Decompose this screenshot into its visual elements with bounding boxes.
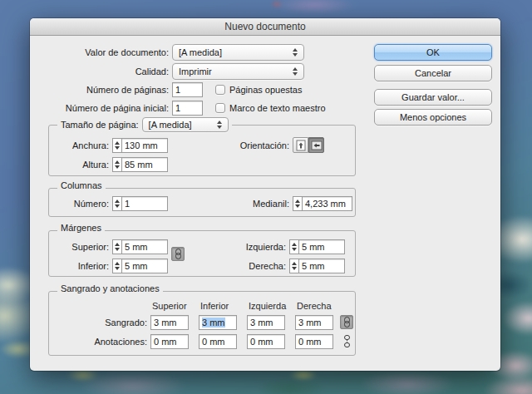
margin-left-label: Izquierda: <box>204 242 286 252</box>
preset-value: [A medida] <box>179 47 222 57</box>
chain-link-icon <box>343 317 351 328</box>
pages-input[interactable]: 1 <box>172 82 203 97</box>
margins-legend: Márgenes <box>61 223 101 233</box>
width-stepper[interactable] <box>112 138 121 153</box>
portrait-page-icon <box>296 140 306 151</box>
landscape-page-icon <box>311 140 323 150</box>
margin-top-input[interactable]: 5 mm <box>121 239 168 254</box>
margin-top-label: Superior: <box>49 242 109 252</box>
dialog-body: Valor de documento: [A medida] Calidad: … <box>30 36 500 371</box>
broken-chain-icon <box>343 335 351 347</box>
margin-bottom-label: Inferior: <box>49 261 109 271</box>
chain-link-icon <box>175 249 182 259</box>
page-size-popup[interactable]: [A medida] <box>142 117 229 132</box>
bleed-col-superior: Superior <box>152 301 187 311</box>
preset-popup[interactable]: [A medida] <box>172 44 304 61</box>
orientation-landscape-button[interactable] <box>308 137 324 153</box>
column-number-label: Número: <box>49 199 109 209</box>
bleed-slug-group: Sangrado y anotaciones Superior Inferior… <box>48 291 356 356</box>
window-titlebar[interactable]: Nuevo documento <box>30 18 500 36</box>
bleed-right-input[interactable]: 3 mm <box>295 315 333 330</box>
bleed-row-label: Sangrado: <box>49 318 147 328</box>
column-number-stepper[interactable] <box>112 196 121 211</box>
slug-bottom-input[interactable]: 0 mm <box>199 334 237 349</box>
facing-pages-checkbox[interactable] <box>215 85 225 95</box>
orientation-portrait-button[interactable] <box>293 137 308 153</box>
bleed-left-input[interactable]: 3 mm <box>247 315 285 330</box>
cancel-button[interactable]: Cancelar <box>374 65 492 81</box>
bleed-col-inferior: Inferior <box>200 301 229 311</box>
start-page-input[interactable]: 1 <box>172 101 203 116</box>
facing-pages-label: Páginas opuestas <box>229 85 302 95</box>
slug-row-label: Anotaciones: <box>49 337 147 347</box>
margin-left-stepper[interactable] <box>289 239 298 254</box>
margin-left-input[interactable]: 5 mm <box>298 239 345 254</box>
margin-bottom-stepper[interactable] <box>112 259 121 273</box>
slug-broken-link-button[interactable] <box>340 334 353 348</box>
margin-top-stepper[interactable] <box>112 239 121 254</box>
bleed-col-derecha: Derecha <box>297 301 332 311</box>
intent-label: Calidad: <box>30 66 169 76</box>
margin-right-stepper[interactable] <box>289 259 298 273</box>
bleed-slug-legend: Sangrado y anotaciones <box>61 283 160 293</box>
popup-arrows-icon <box>293 48 298 57</box>
margins-link-button[interactable] <box>171 247 185 261</box>
width-input[interactable]: 130 mm <box>121 138 168 153</box>
orientation-label: Orientación: <box>204 140 289 150</box>
ok-button[interactable]: OK <box>374 44 492 61</box>
gutter-label: Medianil: <box>204 199 289 209</box>
fewer-options-button[interactable]: Menos opciones <box>374 109 492 126</box>
bleed-link-button[interactable] <box>340 315 353 329</box>
height-input[interactable]: 85 mm <box>121 157 168 172</box>
margin-bottom-input[interactable]: 5 mm <box>121 259 168 273</box>
save-preset-button[interactable]: Guardar valor... <box>374 89 492 106</box>
margin-right-label: Derecha: <box>204 261 286 271</box>
gutter-stepper[interactable] <box>293 196 302 211</box>
slug-right-input[interactable]: 0 mm <box>295 334 333 349</box>
columns-legend: Columnas <box>61 180 102 190</box>
slug-top-input[interactable]: 0 mm <box>150 334 189 349</box>
page-size-value: [A medida] <box>149 120 192 130</box>
page-size-group: Tamaño de página: [A medida] Anchura: 13… <box>48 125 356 176</box>
slug-left-input[interactable]: 0 mm <box>247 334 285 349</box>
intent-popup[interactable]: Imprimir <box>172 63 304 80</box>
margin-right-input[interactable]: 5 mm <box>298 259 345 273</box>
intent-value: Imprimir <box>179 66 212 76</box>
pages-label: Número de páginas: <box>30 85 169 95</box>
margins-group: Márgenes Superior: 5 mm Inferior: 5 mm <box>48 230 356 277</box>
selected-text: 3 mm <box>202 318 225 328</box>
preset-label: Valor de documento: <box>30 47 169 57</box>
new-document-dialog: Nuevo documento Valor de documento: [A m… <box>30 18 500 371</box>
popup-arrows-icon <box>293 67 298 76</box>
popup-arrows-icon <box>217 121 223 129</box>
height-stepper[interactable] <box>112 157 121 172</box>
master-text-frame-label: Marco de texto maestro <box>229 103 326 113</box>
width-label: Anchura: <box>49 140 109 150</box>
bleed-col-izquierda: Izquierda <box>249 301 286 311</box>
window-title: Nuevo documento <box>224 21 305 32</box>
page-size-legend: Tamaño de página: <box>61 120 139 130</box>
gutter-input[interactable]: 4,233 mm <box>302 196 352 211</box>
bleed-top-input[interactable]: 3 mm <box>150 315 189 330</box>
master-text-frame-checkbox[interactable] <box>215 103 225 113</box>
columns-group: Columnas Número: 1 Medianil: 4,233 mm <box>48 188 356 217</box>
column-number-input[interactable]: 1 <box>121 196 168 211</box>
bleed-bottom-input[interactable]: 3 mm <box>199 315 237 330</box>
height-label: Altura: <box>49 160 109 170</box>
start-page-label: Número de página inicial: <box>30 103 169 113</box>
